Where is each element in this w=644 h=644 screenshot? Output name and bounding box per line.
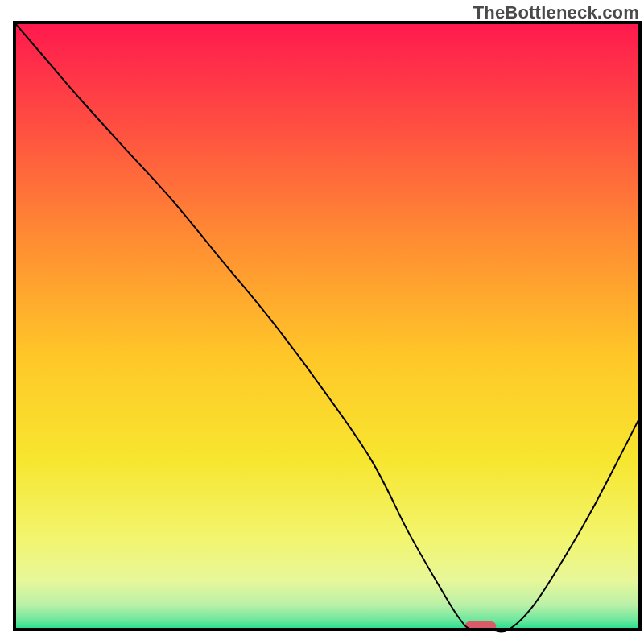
chart-svg [0, 0, 644, 644]
chart-frame: TheBottleneck.com [0, 0, 644, 644]
plot-background [14, 23, 640, 630]
